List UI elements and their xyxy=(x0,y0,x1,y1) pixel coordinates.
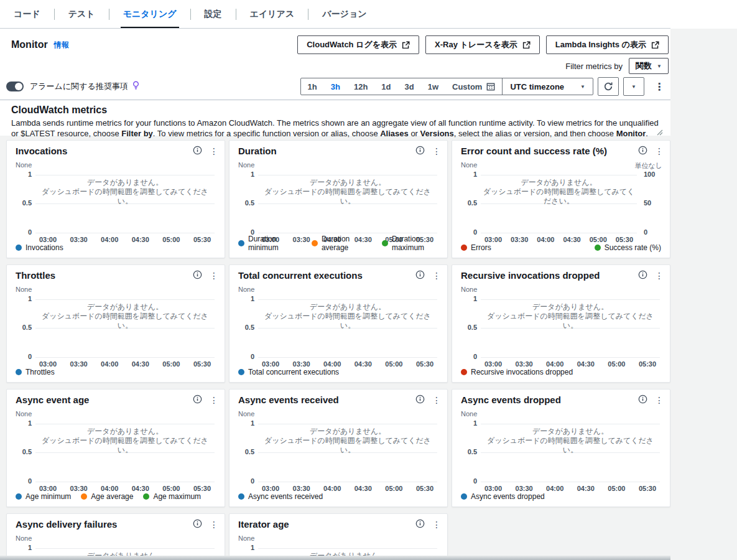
tab-6[interactable]: バージョン xyxy=(320,0,369,29)
description-text: , select the alias or version, and then … xyxy=(454,129,616,138)
x-tick-label: 03:30 xyxy=(67,485,91,492)
x-tick-label: 05:00 xyxy=(381,485,406,492)
info-icon[interactable] xyxy=(638,270,647,281)
info-icon[interactable] xyxy=(415,270,425,281)
horizontal-scrollbar[interactable] xyxy=(0,556,670,560)
y-tick-label: 0.5 xyxy=(7,448,32,455)
tab-3[interactable]: モニタリング xyxy=(121,0,179,29)
cloudwatch-metrics-description: Lambda sends runtime metrics for your fu… xyxy=(11,118,662,139)
chart-card-header: Duration⋮ xyxy=(238,146,441,156)
metrics-toolbar: アラームに関する推奨事項 1h3h12h1d3d1wCustomUTC time… xyxy=(6,77,667,96)
range-1h[interactable]: 1h xyxy=(301,82,324,91)
filter-metrics-label: Filter metrics by xyxy=(565,62,623,71)
legend-item: Success rate (%) xyxy=(595,243,661,252)
chart-legend: Throttles xyxy=(16,368,55,376)
chart-kebab-icon[interactable]: ⋮ xyxy=(210,271,218,280)
gridline xyxy=(35,299,215,300)
x-tick-label: 04:00 xyxy=(533,236,558,243)
info-link[interactable]: 情報 xyxy=(54,40,69,50)
range-1w[interactable]: 1w xyxy=(421,82,445,91)
chart-grid: Invocations⋮None10.50データがありません。ダッシュボードの時… xyxy=(6,140,670,560)
gridline xyxy=(258,175,437,175)
chart-kebab-icon[interactable]: ⋮ xyxy=(655,147,664,156)
info-icon[interactable] xyxy=(193,519,202,530)
header-button-2[interactable]: X-Ray トレースを表示 xyxy=(425,35,540,54)
chart-legend: Async events dropped xyxy=(461,492,545,501)
chart-card-header: Recursive invocations dropped⋮ xyxy=(461,270,664,281)
gridline xyxy=(258,482,437,482)
tab-2[interactable]: テスト xyxy=(66,0,98,29)
info-icon[interactable] xyxy=(638,146,647,156)
x-tick-label: 03:30 xyxy=(507,236,532,243)
header-button-3[interactable]: Lambda Insights の表示 xyxy=(546,35,669,54)
range-12h[interactable]: 12h xyxy=(347,82,374,91)
info-icon[interactable] xyxy=(638,394,647,405)
page-title: Monitor xyxy=(11,39,48,50)
y-tick-label: 0 xyxy=(229,353,254,360)
x-tick-label: 04:30 xyxy=(351,485,376,492)
y-axis-unit-left: None xyxy=(16,410,32,418)
y-tick-label: 1 xyxy=(452,419,477,427)
tab-1[interactable]: コード xyxy=(11,0,43,29)
y-tick-label: 1 xyxy=(229,544,254,551)
info-icon[interactable] xyxy=(193,270,202,281)
info-icon[interactable] xyxy=(415,519,425,530)
resize-handle-icon[interactable] xyxy=(656,127,663,138)
toolbar-kebab-icon[interactable]: ⋮ xyxy=(652,81,667,93)
chart-title: Iterator age xyxy=(238,519,408,530)
no-data-line1: データがありません。 xyxy=(258,302,437,312)
chart-title: Invocations xyxy=(16,146,185,156)
chart-legend: Total concurrent executions xyxy=(238,368,339,376)
tab-5[interactable]: エイリアス xyxy=(248,0,297,29)
chart-title: Error count and success rate (%) xyxy=(461,146,631,156)
y-axis-unit-left: None xyxy=(461,286,477,293)
info-icon[interactable] xyxy=(415,146,425,156)
range-custom[interactable]: Custom xyxy=(445,82,502,91)
time-options-dropdown-button[interactable]: ▼ xyxy=(623,77,644,96)
timezone-dropdown[interactable]: UTC timezone▼ xyxy=(503,82,593,91)
no-data-line2: ダッシュボードの時間範囲を調整してみてください。 xyxy=(35,187,215,206)
no-data-line1: データがありません。 xyxy=(35,178,215,187)
description-text: . xyxy=(646,129,648,138)
chart-kebab-icon[interactable]: ⋮ xyxy=(210,520,218,529)
chart-kebab-icon[interactable]: ⋮ xyxy=(210,147,218,156)
x-tick-label: 04:30 xyxy=(351,360,376,368)
info-icon[interactable] xyxy=(193,146,202,156)
chart-legend-right: Success rate (%) xyxy=(595,243,661,252)
tab-4[interactable]: 設定 xyxy=(202,0,225,29)
refresh-button[interactable] xyxy=(598,77,619,96)
legend-item: Errors xyxy=(461,243,491,252)
range-1d[interactable]: 1d xyxy=(374,82,397,91)
range-3d[interactable]: 3d xyxy=(398,82,421,91)
chart-card-8: Async events received⋮None10.50データがありません… xyxy=(229,389,448,507)
chart-kebab-icon[interactable]: ⋮ xyxy=(432,147,441,156)
x-tick-label: 05:00 xyxy=(604,485,629,492)
x-tick-label: 05:00 xyxy=(159,485,183,492)
chart-legend: Invocations xyxy=(16,243,63,252)
no-data-line2: ダッシュボードの時間範囲を調整してみてください。 xyxy=(258,312,437,330)
header-button-1[interactable]: CloudWatch ログを表示 xyxy=(297,35,419,54)
chart-kebab-icon[interactable]: ⋮ xyxy=(210,396,218,404)
monitor-header-row: Monitor 情報 CloudWatch ログを表示X-Ray トレースを表示… xyxy=(11,35,669,55)
y-tick-label: 1 xyxy=(229,295,254,302)
gridline xyxy=(35,175,215,175)
chart-kebab-icon[interactable]: ⋮ xyxy=(655,271,664,280)
external-link-icon xyxy=(651,41,659,49)
range-3h[interactable]: 3h xyxy=(324,82,347,91)
no-data-line2: ダッシュボードの時間範囲を調整してみてください。 xyxy=(258,436,437,455)
x-tick-label: 03:30 xyxy=(67,360,91,368)
chart-card-header: Invocations⋮ xyxy=(16,146,218,156)
filter-metrics-dropdown[interactable]: 関数 ▼ xyxy=(629,58,669,74)
chart-kebab-icon[interactable]: ⋮ xyxy=(655,396,664,404)
info-icon[interactable] xyxy=(193,394,202,405)
chart-kebab-icon[interactable]: ⋮ xyxy=(432,396,441,404)
x-axis-labels: 03:0003:3004:0004:3005:0005:30 xyxy=(481,360,660,368)
chart-kebab-icon[interactable]: ⋮ xyxy=(432,520,441,529)
toggle-knob xyxy=(15,83,22,90)
info-icon[interactable] xyxy=(415,394,425,405)
filter-metrics-row: Filter metrics by 関数 ▼ xyxy=(565,57,669,75)
gridline xyxy=(481,299,660,300)
alarm-recommendations-toggle[interactable] xyxy=(6,82,24,91)
no-data-line1: データがありません。 xyxy=(481,302,660,312)
chart-kebab-icon[interactable]: ⋮ xyxy=(432,271,441,280)
